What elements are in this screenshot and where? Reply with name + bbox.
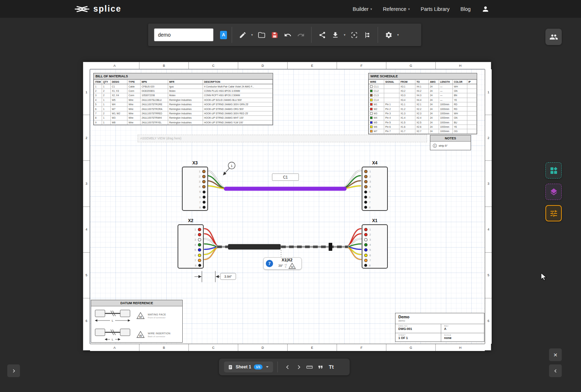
wire-schedule-cell: 24 — [429, 107, 439, 111]
download-button[interactable] — [329, 27, 341, 42]
pin-contact — [364, 191, 367, 193]
wire-schedule-table: WIRESIGNALFROMTOAWGLENGTHCOLORIP C1.1X3.… — [369, 79, 477, 134]
nav-item-builder[interactable]: Builder▾ — [353, 6, 372, 12]
dimension-tool-button[interactable] — [304, 361, 315, 373]
account-button[interactable] — [482, 5, 489, 13]
close-panel-button[interactable]: ✕ — [549, 348, 562, 361]
pin-number: 1 — [369, 170, 372, 173]
bom-cell: CFBUS-020 — [141, 84, 168, 89]
assembly-view-dropzone[interactable]: ASSEMBLY VIEW (drag here) — [138, 135, 427, 142]
app-root: splice Builder▾ Reference▾ Parts Library… — [0, 0, 581, 392]
connector-pin: 3 — [194, 237, 201, 242]
dimension-label[interactable]: 3.94" — [220, 273, 236, 280]
connector-pin: 7 — [364, 258, 372, 263]
nav-item-reference[interactable]: Reference▾ — [383, 6, 410, 12]
layout-icon — [363, 31, 371, 39]
wire-schedule-cell: X3.3 — [399, 93, 415, 98]
connector-pin: 7 — [364, 200, 371, 205]
wire-schedule-row: W4Pin 4X1.4X2.4241000mmGN — [369, 116, 477, 120]
app-logo[interactable]: splice — [74, 4, 121, 14]
parts-panel-button[interactable] — [545, 162, 562, 179]
pin-contact — [198, 259, 201, 262]
next-sheet-button[interactable] — [293, 361, 304, 373]
edit-button[interactable] — [237, 27, 248, 42]
sheet-row-label: 5 — [83, 252, 90, 298]
wire-schedule-row: W2Pin 2X1.2X2.2241000mmRD — [369, 107, 477, 111]
download-caret[interactable]: ▾ — [342, 33, 347, 37]
pin-contact — [198, 248, 201, 252]
wire-schedule-cell: X1.4 — [399, 116, 415, 120]
bom-cell: 24UL1007STRYEL — [141, 120, 168, 124]
nav-item-parts-library[interactable]: Parts Library — [421, 6, 450, 12]
bom-header-cell: ITEM — [94, 80, 102, 84]
text-tool-button[interactable]: Tt — [326, 361, 337, 373]
pin-number: 5 — [369, 190, 371, 193]
pencil-icon — [239, 31, 247, 39]
open-button[interactable] — [256, 27, 267, 42]
redo-button[interactable] — [295, 27, 306, 42]
sheet-col-label: A — [90, 62, 139, 69]
wire-schedule-cell: 24 — [429, 116, 439, 120]
save-icon — [271, 31, 279, 39]
prev-sheet-button[interactable] — [282, 361, 293, 373]
autosave-badge-button[interactable]: A — [220, 31, 227, 39]
properties-panel-button[interactable] — [545, 205, 562, 221]
wire-schedule-cell: RD — [453, 107, 467, 111]
undo-button[interactable] — [282, 27, 293, 42]
sheet-col-label: F — [337, 344, 386, 351]
wire-schedule-cell: 1000mm — [439, 116, 453, 120]
wire-schedule-cell: Pin 3 — [384, 111, 399, 115]
filename-input[interactable] — [154, 28, 214, 41]
chevron-right-icon — [295, 364, 302, 371]
edit-caret[interactable]: ▾ — [250, 33, 254, 37]
top-nav: splice Builder▾ Reference▾ Parts Library… — [0, 0, 581, 18]
wire-schedule-header-cell: LENGTH — [439, 80, 453, 84]
sheet-selector-button[interactable]: Sheet 1 1/1 — [224, 362, 273, 372]
save-button[interactable] — [269, 27, 280, 42]
wire-schedule-cell: 1000mm — [439, 129, 453, 134]
wire-schedule[interactable]: WIRE SCHEDULE WIRESIGNALFROMTOAWGLENGTHC… — [368, 73, 477, 134]
collaborators-button[interactable] — [545, 29, 562, 45]
layers-panel-button[interactable] — [545, 184, 562, 200]
notes-box[interactable]: NOTES 1 strip 5" — [430, 135, 471, 150]
wire-schedule-cell: X3.1 — [399, 84, 415, 89]
wire-schedule-header-cell: AWG — [429, 80, 439, 84]
pin-number: 7 — [369, 201, 371, 204]
share-button[interactable] — [316, 27, 328, 42]
download-icon — [332, 31, 339, 39]
bom-cell: W8 — [111, 120, 127, 124]
bom-cell: W1; W2 — [111, 111, 127, 115]
bom-cell: W5 — [111, 98, 127, 102]
connector-x1[interactable]: X1 12345678 — [362, 224, 388, 269]
connector-x4[interactable]: X4 12345678 — [362, 167, 388, 211]
bill-of-materials[interactable]: BILL OF MATERIALS ITEMQTYDESIGTYPEMPNMFR… — [93, 73, 273, 125]
caret-down-icon — [265, 365, 269, 369]
pin-number: 6 — [369, 196, 371, 199]
sheet-col-label: D — [238, 62, 287, 69]
wire-schedule-row: W3Pin 3X1.3X2.3241000mmWH — [369, 111, 477, 115]
settings-caret[interactable]: ▾ — [396, 33, 400, 37]
length-callout[interactable]: 7 X1|X2 39" +1-1 M — [263, 257, 302, 270]
note-tool-button[interactable] — [315, 361, 326, 373]
connector-pin: 6 — [364, 195, 371, 200]
pin-number: 5 — [194, 248, 196, 252]
connector-pin: 6 — [194, 253, 201, 258]
sheet-row-label: 1 — [83, 69, 90, 115]
connector-pin: 1 — [198, 169, 206, 174]
sheet-canvas[interactable]: 1 BILL OF MATERIALS ITEMQTYDESIGTYPEMPNM… — [90, 69, 485, 344]
settings-button[interactable] — [383, 27, 394, 42]
connector-x3[interactable]: X3 12345678 — [182, 167, 208, 211]
connector-x2[interactable]: X2 12345678 — [178, 224, 204, 269]
fit-view-button[interactable] — [348, 27, 360, 42]
bom-cell: X1; X3 — [111, 89, 127, 93]
layout-button[interactable] — [361, 27, 373, 42]
cable-c1-label[interactable]: C1 — [272, 173, 299, 181]
sheet-col-label: C — [188, 344, 238, 351]
nav-item-blog[interactable]: Blog — [460, 6, 471, 12]
collapse-right-button[interactable] — [549, 364, 562, 377]
close-icon: ✕ — [553, 352, 558, 358]
wire-schedule-cell: Pin 2 — [384, 107, 399, 111]
expand-left-button[interactable] — [7, 364, 20, 377]
pin-contact — [364, 201, 367, 204]
pin-number: 4 — [369, 185, 372, 188]
